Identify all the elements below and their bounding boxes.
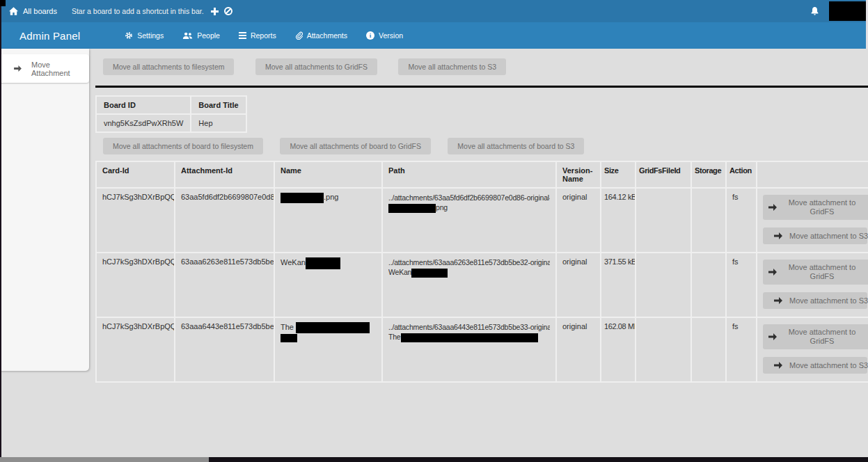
card-id-cell: hCJ7kSg3hDXrBpQQa (96, 188, 175, 253)
action-cell: fs (726, 188, 757, 253)
attachment-id-cell: 63aaa6263e811e573db5be32 (175, 253, 274, 317)
scrollbar-thumb[interactable] (0, 457, 209, 462)
board-table: Board ID Board Title vnhg5KsZsdPwXRh5W H… (95, 95, 247, 133)
action-cell: fs (726, 317, 757, 382)
storage-cell (691, 253, 726, 317)
tab-reports[interactable]: Reports (239, 31, 276, 40)
attachment-row-2: hCJ7kSg3hDXrBpQQa 63aaa6263e811e573db5be… (96, 253, 868, 317)
name-cell: .png (274, 188, 382, 253)
path-line-1: ../attachments/63aaa6263e811e573db5be32-… (388, 257, 550, 267)
button-label: Move attachment to GridFS (784, 328, 860, 346)
board-move-buttons: Move all attachments of board to filesys… (103, 138, 868, 154)
name-prefix: The (281, 323, 296, 331)
gridfsfileid-header: GridFsFileId (636, 161, 691, 188)
home-icon (9, 7, 18, 15)
tab-people[interactable]: People (182, 31, 220, 40)
move-attachment-to-s3-button[interactable]: Move attachment to S3 (763, 228, 867, 244)
version-name-cell: original (556, 253, 601, 317)
move-board-to-filesystem-button[interactable]: Move all attachments of board to filesys… (103, 138, 263, 154)
path-cell: ../attachments/63aa5fd6df2b6699807e0d86-… (382, 188, 556, 253)
move-board-to-gridfs-button[interactable]: Move all attachments of board to GridFS (280, 138, 431, 154)
horizontal-scrollbar[interactable] (0, 457, 868, 462)
global-move-buttons: Move all attachments to filesystem Move … (103, 58, 868, 75)
attachment-id-cell: 63aa5fd6df2b6699807e0d86 (175, 188, 274, 253)
all-boards-link[interactable]: All boards (9, 7, 57, 15)
window-left-edge (0, 0, 1, 462)
gear-icon (125, 31, 133, 40)
path-prefix: WeKan (388, 268, 411, 276)
redacted-name (306, 257, 340, 269)
path-line-2: WeKan (388, 267, 550, 278)
attachments-header-row: Card-Id Attachment-Id Name Path Version-… (96, 161, 868, 188)
shortcut-hint: Star a board to add a shortcut in this b… (72, 7, 204, 15)
arrow-right-icon (14, 65, 22, 73)
sidebar-item-move-attachment[interactable]: Move Attachment (0, 54, 89, 83)
ban-icon[interactable] (224, 7, 232, 15)
move-attachment-to-s3-button[interactable]: Move attachment to S3 (763, 357, 867, 374)
action-buttons-cell: Move attachment to GridFS Move attachmen… (757, 253, 868, 317)
button-label: Move attachment to GridFS (784, 263, 860, 281)
name-suffix: .png (324, 193, 338, 201)
gridfsfileid-cell (636, 317, 691, 382)
name-header: Name (274, 161, 382, 188)
tab-version[interactable]: i Version (366, 31, 403, 40)
divider (95, 86, 868, 88)
board-id-cell: vnhg5KsZsdPwXRh5W (96, 114, 191, 132)
buttons-header (757, 161, 868, 188)
board-id-header: Board ID (96, 96, 191, 114)
redacted-path (411, 269, 448, 278)
move-all-to-gridfs-button[interactable]: Move all attachments to GridFS (255, 58, 377, 75)
sidebar: Move Attachment (0, 49, 89, 371)
paperclip-icon (295, 31, 303, 40)
version-name-cell: original (556, 317, 601, 382)
move-board-to-s3-button[interactable]: Move all attachments of board to S3 (448, 138, 584, 154)
path-line-2: The (388, 332, 550, 342)
path-header: Path (382, 161, 556, 188)
arrow-right-icon (768, 333, 777, 340)
gridfsfileid-cell (636, 253, 691, 317)
path-prefix: The (388, 333, 401, 341)
name-prefix: WeKan (281, 258, 306, 266)
bell-icon[interactable] (810, 6, 819, 16)
size-header: Size (601, 161, 636, 188)
arrow-right-icon (774, 297, 782, 304)
tab-label: Reports (251, 31, 276, 40)
window-corner (0, 0, 6, 6)
attachment-id-cell: 63aaa6443e811e573db5be33 (175, 317, 274, 382)
attachments-table: Card-Id Attachment-Id Name Path Version-… (95, 161, 868, 383)
action-cell: fs (726, 253, 757, 317)
tab-label: Settings (137, 31, 164, 40)
name-cell: WeKan (274, 253, 382, 317)
tab-label: Version (379, 31, 403, 40)
plus-icon[interactable] (211, 8, 219, 15)
redacted-name (296, 322, 370, 333)
tab-settings[interactable]: Settings (125, 31, 164, 40)
path-suffix: png (436, 203, 448, 212)
move-attachment-to-s3-button[interactable]: Move attachment to S3 (763, 292, 867, 309)
admin-bar: Admin Panel Settings People Reports (0, 22, 868, 49)
move-attachment-to-gridfs-button[interactable]: Move attachment to GridFS (763, 195, 868, 220)
redacted-path (388, 204, 436, 213)
button-label: Move attachment to S3 (789, 361, 868, 369)
move-attachment-to-gridfs-button[interactable]: Move attachment to GridFS (763, 260, 868, 285)
path-line-1: ../attachments/63aa5fd6df2b6699807e0d86-… (388, 193, 550, 202)
version-name-cell: original (556, 188, 601, 253)
size-cell: 164.12 kB (601, 188, 636, 253)
size-cell: 162.08 MB (601, 317, 636, 382)
card-id-cell: hCJ7kSg3hDXrBpQQa (96, 253, 175, 317)
move-all-to-filesystem-button[interactable]: Move all attachments to filesystem (103, 58, 234, 75)
wekan-admin-panel-window: All boards Star a board to add a shortcu… (0, 0, 868, 462)
path-cell: ../attachments/63aaa6263e811e573db5be32-… (382, 253, 556, 317)
redacted-name (281, 193, 324, 203)
redacted-user-menu[interactable] (829, 1, 866, 21)
button-label: Move attachment to S3 (789, 296, 868, 305)
action-buttons-cell: Move attachment to GridFS Move attachmen… (757, 188, 868, 253)
move-attachment-to-gridfs-button[interactable]: Move attachment to GridFS (763, 324, 868, 349)
board-title-cell: Hep (191, 114, 246, 132)
tab-attachments[interactable]: Attachments (295, 31, 347, 40)
move-all-to-s3-button[interactable]: Move all attachments to S3 (398, 58, 506, 75)
arrow-right-icon (768, 269, 777, 276)
board-row: vnhg5KsZsdPwXRh5W Hep (96, 114, 246, 132)
storage-cell (691, 188, 726, 253)
admin-menu: Settings People Reports Attachments i (125, 31, 403, 40)
